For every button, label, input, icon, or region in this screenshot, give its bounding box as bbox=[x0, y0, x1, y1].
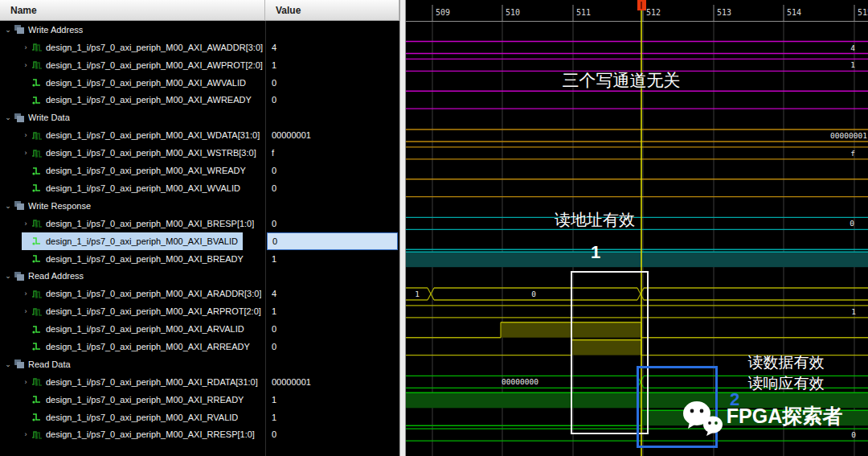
signal-label: design_1_i/ps7_0_axi_periph_M00_AXI_BVAL… bbox=[46, 236, 238, 246]
group-tree-row[interactable]: ⌄Write Response bbox=[0, 197, 399, 215]
svg-text:511: 511 bbox=[576, 8, 591, 17]
signal-value-cell[interactable]: 0 bbox=[267, 425, 398, 443]
bus-tree-row[interactable]: ›design_1_i/ps7_0_axi_periph_M00_AXI_WST… bbox=[0, 144, 399, 162]
signal-value-cell[interactable]: 0 bbox=[267, 338, 398, 355]
svg-text:f: f bbox=[850, 149, 855, 158]
svg-text:0: 0 bbox=[850, 219, 854, 228]
waveform-viewer-window: Name Value ⌄Write Address›design_1_i/ps7… bbox=[0, 0, 868, 456]
signal-value-cell[interactable]: 0 bbox=[267, 215, 398, 232]
scalar-tree-row[interactable]: design_1_i/ps7_0_axi_periph_M00_AXI_ARRE… bbox=[0, 338, 399, 355]
expand-arrow-icon[interactable]: › bbox=[22, 307, 30, 315]
signal-label: design_1_i/ps7_0_axi_periph_M00_AXI_AWPR… bbox=[46, 60, 263, 70]
signal-label: design_1_i/ps7_0_axi_periph_M00_AXI_RVAL… bbox=[46, 413, 238, 422]
expand-arrow-icon[interactable]: › bbox=[22, 61, 30, 69]
scalar-tree-row[interactable]: design_1_i/ps7_0_axi_periph_M00_AXI_RREA… bbox=[0, 391, 399, 409]
annotation-note: 三个写通道无关 bbox=[563, 69, 681, 92]
scalar-tree-row[interactable]: design_1_i/ps7_0_axi_periph_M00_AXI_AWRE… bbox=[0, 92, 399, 109]
group-tree-row[interactable]: ⌄Write Data bbox=[0, 109, 399, 126]
bus-icon bbox=[31, 306, 43, 317]
signal-label: design_1_i/ps7_0_axi_periph_M00_AXI_WVAL… bbox=[46, 183, 240, 193]
panel-splitter[interactable] bbox=[399, 0, 406, 456]
collapse-arrow-icon[interactable]: ⌄ bbox=[4, 360, 12, 368]
group-icon bbox=[14, 359, 25, 369]
signal-label: design_1_i/ps7_0_axi_periph_M00_AXI_RRES… bbox=[46, 429, 255, 439]
value-column-header[interactable]: Value bbox=[265, 0, 399, 21]
expand-arrow-icon[interactable]: › bbox=[22, 220, 30, 228]
scalar-icon bbox=[31, 183, 43, 193]
svg-text:4: 4 bbox=[850, 43, 855, 52]
signal-value-cell[interactable]: 0 bbox=[267, 74, 398, 92]
expand-arrow-icon[interactable]: › bbox=[22, 378, 30, 386]
collapse-arrow-icon[interactable]: ⌄ bbox=[4, 272, 12, 280]
signal-label: design_1_i/ps7_0_axi_periph_M00_AXI_ARRE… bbox=[46, 342, 250, 351]
scalar-tree-row[interactable]: design_1_i/ps7_0_axi_periph_M00_AXI_RVAL… bbox=[0, 409, 399, 426]
signal-value-cell[interactable]: 1 bbox=[267, 302, 398, 320]
bus-tree-row[interactable]: ›design_1_i/ps7_0_axi_periph_M00_AXI_AWA… bbox=[0, 39, 399, 56]
signal-value-cell[interactable]: 0 bbox=[267, 92, 398, 109]
expand-arrow-icon[interactable]: › bbox=[22, 131, 30, 139]
signal-value-cell[interactable]: 1 bbox=[267, 391, 398, 409]
bus-icon bbox=[31, 130, 43, 141]
signal-value-cell[interactable]: 0 bbox=[267, 232, 398, 250]
svg-text:510: 510 bbox=[506, 8, 520, 17]
signal-value-cell[interactable]: f bbox=[267, 144, 398, 162]
group-tree-row[interactable]: ⌄Write Address bbox=[0, 21, 399, 39]
scalar-tree-row[interactable]: design_1_i/ps7_0_axi_periph_M00_AXI_WVAL… bbox=[0, 179, 399, 197]
collapse-arrow-icon[interactable]: ⌄ bbox=[4, 26, 12, 34]
svg-text:515: 515 bbox=[858, 8, 868, 17]
bus-tree-row[interactable]: ›design_1_i/ps7_0_axi_periph_M00_AXI_WDA… bbox=[0, 126, 399, 144]
signal-value-cell[interactable]: 00000001 bbox=[267, 126, 398, 144]
signal-value-cell[interactable]: 1 bbox=[267, 250, 398, 268]
collapse-arrow-icon[interactable]: ⌄ bbox=[4, 202, 12, 210]
svg-text:0: 0 bbox=[531, 290, 536, 298]
signal-value-cell[interactable]: 4 bbox=[267, 39, 398, 56]
signal-value-cell[interactable]: 0 bbox=[267, 162, 398, 179]
bus-tree-row[interactable]: ›design_1_i/ps7_0_axi_periph_M00_AXI_BRE… bbox=[0, 215, 399, 232]
scalar-icon bbox=[31, 412, 43, 422]
name-column-header[interactable]: Name bbox=[0, 0, 265, 21]
group-tree-row[interactable]: ⌄Read Data bbox=[0, 355, 399, 373]
signal-value-cell[interactable]: 1 bbox=[267, 56, 398, 74]
svg-text:00000000: 00000000 bbox=[502, 377, 538, 386]
time-cursor-marker[interactable] bbox=[637, 0, 646, 10]
collapse-arrow-icon[interactable]: ⌄ bbox=[4, 113, 12, 121]
bus-tree-row[interactable]: ›design_1_i/ps7_0_axi_periph_M00_AXI_RDA… bbox=[0, 373, 399, 391]
bus-icon bbox=[31, 218, 43, 228]
signal-label: design_1_i/ps7_0_axi_periph_M00_AXI_WDAT… bbox=[46, 130, 260, 140]
watermark-text: FPGA探索者 bbox=[727, 403, 842, 429]
bus-tree-row[interactable]: ›design_1_i/ps7_0_axi_periph_M00_AXI_AWP… bbox=[0, 56, 399, 74]
expand-arrow-icon[interactable]: › bbox=[22, 290, 30, 298]
bus-tree-row[interactable]: ›design_1_i/ps7_0_axi_periph_M00_AXI_ARP… bbox=[0, 302, 399, 320]
scalar-tree-row[interactable]: design_1_i/ps7_0_axi_periph_M00_AXI_BVAL… bbox=[0, 232, 399, 250]
signal-label: design_1_i/ps7_0_axi_periph_M00_AXI_WREA… bbox=[46, 166, 246, 175]
column-divider bbox=[265, 21, 266, 456]
scalar-tree-row[interactable]: design_1_i/ps7_0_axi_periph_M00_AXI_BREA… bbox=[0, 250, 399, 268]
scalar-tree-row[interactable]: design_1_i/ps7_0_axi_periph_M00_AXI_WREA… bbox=[0, 162, 399, 179]
svg-text:1: 1 bbox=[851, 307, 856, 316]
expand-arrow-icon[interactable]: › bbox=[22, 43, 30, 51]
signal-label: design_1_i/ps7_0_axi_periph_M00_AXI_BREA… bbox=[46, 254, 244, 264]
signal-label: Write Data bbox=[28, 113, 70, 122]
signal-value-cell[interactable]: 0 bbox=[267, 179, 398, 197]
signal-value-cell[interactable]: 4 bbox=[267, 285, 398, 302]
signal-value-cell[interactable]: 00000001 bbox=[267, 373, 398, 391]
signal-value-cell[interactable]: 0 bbox=[267, 320, 398, 338]
annotation-number-label: 1 bbox=[591, 242, 600, 263]
bus-icon bbox=[31, 148, 43, 158]
expand-arrow-icon[interactable]: › bbox=[22, 430, 30, 438]
group-tree-row[interactable]: ⌄Read Address bbox=[0, 267, 399, 285]
group-icon bbox=[14, 200, 25, 211]
scalar-tree-row[interactable]: design_1_i/ps7_0_axi_periph_M00_AXI_ARVA… bbox=[0, 320, 399, 338]
signal-label: design_1_i/ps7_0_axi_periph_M00_AXI_RREA… bbox=[46, 395, 244, 405]
bus-tree-row[interactable]: ›design_1_i/ps7_0_axi_periph_M00_AXI_ARA… bbox=[0, 285, 399, 302]
bus-tree-row[interactable]: ›design_1_i/ps7_0_axi_periph_M00_AXI_RRE… bbox=[0, 425, 399, 443]
group-icon bbox=[14, 113, 25, 123]
expand-arrow-icon[interactable]: › bbox=[22, 149, 30, 157]
signal-label: design_1_i/ps7_0_axi_periph_M00_AXI_RDAT… bbox=[46, 377, 258, 387]
signal-value-cell[interactable]: 1 bbox=[267, 409, 398, 426]
scalar-tree-row[interactable]: design_1_i/ps7_0_axi_periph_M00_AXI_AWVA… bbox=[0, 74, 399, 92]
scalar-icon bbox=[31, 236, 43, 246]
signal-label: design_1_i/ps7_0_axi_periph_M00_AXI_BRES… bbox=[46, 219, 254, 228]
signal-label: Write Response bbox=[28, 201, 91, 211]
signal-label: Read Address bbox=[28, 271, 84, 281]
